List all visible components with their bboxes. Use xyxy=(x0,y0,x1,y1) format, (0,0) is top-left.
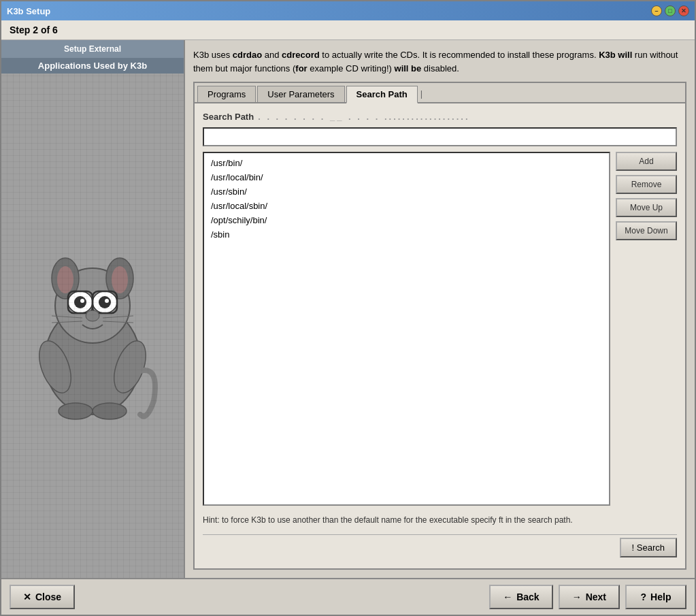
list-item[interactable]: /usr/bin/ xyxy=(207,156,606,170)
help-icon: ? xyxy=(641,591,647,602)
window-title: K3b Setup xyxy=(7,6,50,16)
description-text: K3b uses cdrdao and cdrecord to actually… xyxy=(193,48,686,75)
back-button[interactable]: ← Back xyxy=(489,585,552,609)
tab-separator: | xyxy=(419,86,424,102)
help-label: Help xyxy=(650,591,671,602)
tabs-container: Programs User Parameters Search Path | S… xyxy=(193,82,686,570)
list-buttons: Add Remove Move Up Move Down xyxy=(616,152,677,506)
next-button[interactable]: → Next xyxy=(559,585,620,609)
step-indicator: Step 2 of 6 xyxy=(1,20,695,40)
search-path-dots: . . . . . . . . __ . . . . .............… xyxy=(258,112,469,122)
minimize-button[interactable]: – xyxy=(651,5,662,16)
sidebar: Setup External Applications Used by K3b xyxy=(1,40,185,578)
tab-programs[interactable]: Programs xyxy=(197,86,256,102)
desc-and: and xyxy=(262,50,282,60)
nav-buttons: ← Back → Next ? Help xyxy=(489,585,686,609)
desc-text3: to actually write the CDs. It is recomme… xyxy=(320,50,599,60)
desc-cdrdao: cdrdao xyxy=(233,50,262,60)
right-panel: K3b uses cdrdao and cdrecord to actually… xyxy=(185,40,695,578)
bottom-bar: ✕ Close ← Back → Next ? Help xyxy=(1,578,695,615)
list-item[interactable]: /usr/sbin/ xyxy=(207,184,606,199)
search-input-area xyxy=(203,127,677,146)
titlebar: K3b Setup – □ ✕ xyxy=(1,1,695,20)
main-window: K3b Setup – □ ✕ Step 2 of 6 Setup Extern… xyxy=(0,0,696,616)
sidebar-image xyxy=(1,74,184,578)
list-and-buttons: /usr/bin//usr/local/bin//usr/sbin//usr/l… xyxy=(203,152,677,506)
close-label: Close xyxy=(35,591,61,602)
search-path-text: Search Path xyxy=(203,112,254,122)
desc-text6: disabled. xyxy=(421,63,459,74)
list-item[interactable]: /usr/local/sbin/ xyxy=(207,199,606,213)
step-text: Step 2 of 6 xyxy=(10,25,58,35)
list-item[interactable]: /opt/schily/bin/ xyxy=(207,213,606,227)
hint-text: Hint: to force K3b to use another than t… xyxy=(203,511,677,529)
desc-cdrecord: cdrecord xyxy=(282,50,320,60)
main-content: Setup External Applications Used by K3b xyxy=(1,40,695,578)
desc-will-be: will be xyxy=(395,63,422,74)
desc-for: for xyxy=(295,63,307,74)
desc-text5: example CD writing!) xyxy=(308,63,395,74)
titlebar-buttons: – □ ✕ xyxy=(651,5,689,16)
remove-button[interactable]: Remove xyxy=(616,175,677,194)
tab-user-parameters[interactable]: User Parameters xyxy=(257,86,344,102)
next-label: Next xyxy=(586,591,606,602)
desc-plain1: K3b uses xyxy=(193,50,233,60)
path-list[interactable]: /usr/bin//usr/local/bin//usr/sbin//usr/l… xyxy=(203,152,610,506)
back-label: Back xyxy=(516,591,539,602)
move-down-button[interactable]: Move Down xyxy=(616,221,677,240)
search-button[interactable]: ! Search xyxy=(620,538,677,557)
path-input[interactable] xyxy=(203,127,677,146)
sidebar-subtitle: Applications Used by K3b xyxy=(1,58,184,74)
search-bottom-bar: ! Search xyxy=(203,534,677,560)
close-button[interactable]: ✕ Close xyxy=(10,585,75,609)
next-icon: → xyxy=(572,591,582,602)
close-title-button[interactable]: ✕ xyxy=(678,5,689,16)
tab-search-path[interactable]: Search Path xyxy=(346,86,418,103)
search-path-section-label: Search Path . . . . . . . . __ . . . . .… xyxy=(203,112,677,122)
add-button[interactable]: Add xyxy=(616,152,677,171)
desc-k3bwill: K3b will xyxy=(599,50,632,60)
tabs-header: Programs User Parameters Search Path | xyxy=(195,83,685,103)
maximize-button[interactable]: □ xyxy=(665,5,676,16)
list-item[interactable]: /usr/local/bin/ xyxy=(207,170,606,184)
back-icon: ← xyxy=(503,591,512,602)
help-button[interactable]: ? Help xyxy=(625,585,686,609)
sidebar-title: Setup External xyxy=(1,40,184,58)
close-icon: ✕ xyxy=(23,591,31,602)
tab-content-search-path: Search Path . . . . . . . . __ . . . . .… xyxy=(195,103,685,568)
move-up-button[interactable]: Move Up xyxy=(616,198,677,217)
list-item[interactable]: /sbin xyxy=(207,227,606,242)
